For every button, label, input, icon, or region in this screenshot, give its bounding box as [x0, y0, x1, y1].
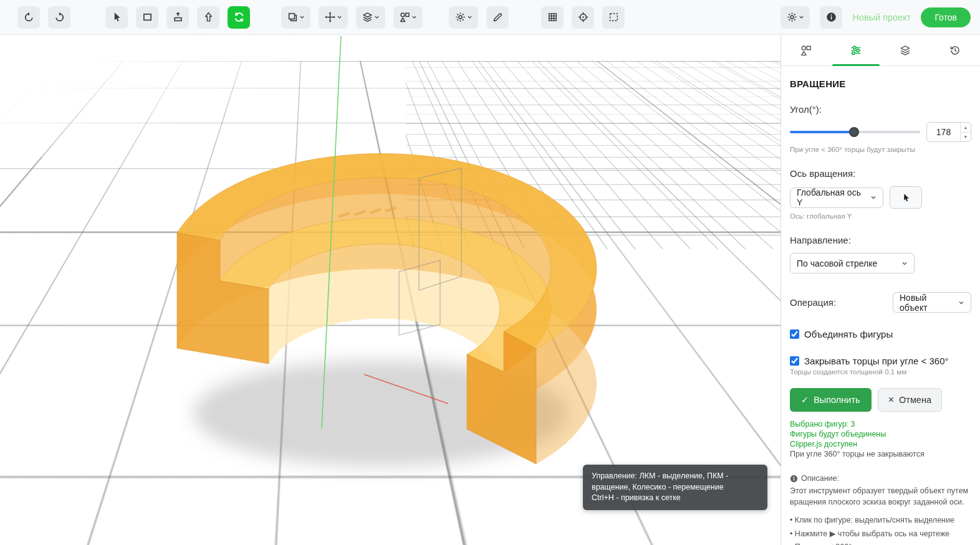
duplicate-icon	[287, 12, 298, 22]
merge-shapes-checkbox[interactable]	[790, 329, 799, 339]
ready-button[interactable]: Готов	[921, 7, 971, 27]
description-text: Этот инструмент образует твердый объект …	[790, 485, 971, 508]
tab-layers[interactable]	[881, 35, 931, 65]
direction-select[interactable]: По часовой стрелке	[790, 253, 915, 273]
operation-select-value: Новый объект	[900, 293, 953, 313]
viewport-3d[interactable]: Управление: ЛКМ - выделение, ПКМ - враще…	[0, 35, 781, 545]
revolve-tool-button[interactable]	[228, 6, 250, 29]
array-menu-button[interactable]	[356, 6, 385, 29]
chevron-down-icon	[374, 14, 380, 20]
pull-up-tool-button[interactable]	[197, 6, 219, 29]
rectangle-tool-button[interactable]	[136, 6, 158, 29]
tooltip-line: Управление: ЛКМ - выделение, ПКМ - враще…	[592, 471, 759, 493]
direction-label: Направление:	[790, 235, 971, 245]
cancel-button[interactable]: ×Отмена	[878, 388, 942, 412]
slider-thumb[interactable]	[849, 127, 859, 137]
status-note: При угле 360° торцы не закрываются	[790, 449, 971, 459]
tab-history[interactable]	[930, 35, 980, 65]
chevron-down-icon	[870, 194, 877, 201]
tab-shapes[interactable]	[781, 35, 831, 65]
tool-settings-menu-button[interactable]	[449, 6, 478, 29]
pick-axis-button[interactable]	[890, 186, 922, 209]
controls-tooltip: Управление: ЛКМ - выделение, ПКМ - враще…	[583, 465, 767, 510]
close-icon: ×	[888, 395, 894, 405]
axis-select[interactable]: Глобальная ось Y	[790, 187, 883, 208]
redo-icon	[54, 12, 65, 22]
spin-up-icon[interactable]: ▲	[961, 123, 971, 133]
chevron-down-icon	[799, 14, 804, 20]
cursor-icon	[112, 12, 122, 22]
snap-target-button[interactable]	[572, 6, 594, 29]
sliders-icon	[850, 45, 862, 56]
undo-button[interactable]	[17, 6, 40, 29]
extrude-icon	[173, 12, 183, 22]
direction-select-value: По часовой стрелке	[797, 258, 877, 268]
close-caps-checkbox[interactable]	[790, 356, 799, 366]
angle-spinner[interactable]: ▲▼	[960, 123, 971, 141]
redo-button[interactable]	[48, 6, 70, 29]
angle-slider[interactable]	[790, 127, 920, 137]
description-bullet: Клик по фигуре: выделить/снять выделение	[790, 515, 971, 526]
grid-icon	[547, 12, 558, 22]
primitives-menu-button[interactable]	[393, 6, 423, 29]
move-menu-button[interactable]	[319, 6, 348, 29]
axis-hint: Ось: глобальная Y	[790, 212, 971, 220]
status-block: Выбрано фигур: 3 Фигуры будут объединены…	[790, 419, 971, 459]
angle-input[interactable]: 178 ▲▼	[926, 122, 971, 142]
grid-toggle-button[interactable]	[541, 6, 564, 29]
close-caps-label[interactable]: Закрывать торцы при угле < 360°	[804, 356, 949, 366]
cursor-icon	[901, 193, 911, 202]
chevron-down-icon	[411, 14, 417, 20]
layers-stack-icon	[362, 12, 373, 22]
settings-menu-button[interactable]	[781, 6, 810, 29]
description-bullet: Нажмите ▶ чтобы выбрать ось на чертеже	[790, 529, 971, 540]
status-clipper: Clipper.js доступен	[790, 439, 971, 449]
shapes-icon	[800, 45, 812, 56]
info-button[interactable]	[820, 6, 842, 29]
info-icon	[826, 12, 837, 22]
panel-tabs	[781, 35, 980, 66]
project-name[interactable]: Новый проект	[852, 12, 911, 22]
operation-label: Операция:	[790, 297, 836, 308]
chevron-down-icon	[958, 300, 964, 306]
gear-icon	[787, 12, 797, 22]
execute-button[interactable]: ✓Выполнить	[790, 388, 872, 412]
tab-tool-settings[interactable]	[831, 35, 881, 65]
app-window: Новый проект Готов	[0, 0, 980, 545]
merge-shapes-label[interactable]: Объединять фигуры	[804, 329, 893, 339]
check-icon: ✓	[801, 395, 809, 405]
spin-down-icon[interactable]: ▼	[961, 133, 971, 142]
slider-fill	[790, 131, 854, 133]
angle-label: Угол(°):	[790, 104, 971, 115]
move-icon	[325, 12, 335, 22]
revolve-settings-panel: ВРАЩЕНИЕ Угол(°): 178 ▲▼ При угле < 360°…	[781, 66, 980, 545]
execute-label: Выполнить	[814, 395, 860, 405]
undo-icon	[24, 12, 34, 22]
axis-select-value: Глобальная ось Y	[797, 187, 865, 207]
tooltip-line: Ctrl+H - привязка к сетке	[592, 493, 759, 504]
duplicate-menu-button[interactable]	[281, 6, 310, 29]
selection-box-button[interactable]	[602, 6, 625, 29]
toolbar: Новый проект Готов	[0, 0, 980, 35]
chevron-down-icon	[337, 14, 342, 20]
status-merge-info: Фигуры будут объединены	[790, 429, 971, 439]
status-selected-count: Выбрано фигур: 3	[790, 419, 971, 429]
extrude-tool-button[interactable]	[166, 6, 189, 29]
panel-title: ВРАЩЕНИЕ	[790, 78, 971, 89]
crosshair-icon	[578, 12, 588, 22]
angle-value[interactable]: 178	[927, 123, 960, 141]
rectangle-icon	[142, 12, 153, 22]
select-tool-button[interactable]	[105, 6, 128, 29]
description-block: Описание: Этот инструмент образует тверд…	[790, 474, 971, 545]
angle-hint: При угле < 360° торцы будут закрыты	[790, 146, 971, 153]
description-title: Описание:	[801, 474, 839, 483]
caps-hint: Торцы создаются толщиной 0.1 мм	[790, 368, 971, 376]
pencil-icon	[492, 12, 503, 22]
dashed-rect-icon	[608, 12, 619, 22]
draw-tool-button[interactable]	[486, 6, 509, 29]
description-bullet: При угле < 360° торцы автоматически закр…	[790, 542, 971, 545]
chevron-down-icon	[467, 14, 473, 20]
operation-select[interactable]: Новый объект	[893, 292, 971, 313]
right-panel: ВРАЩЕНИЕ Угол(°): 178 ▲▼ При угле < 360°…	[781, 35, 980, 545]
layers-icon	[900, 45, 911, 56]
